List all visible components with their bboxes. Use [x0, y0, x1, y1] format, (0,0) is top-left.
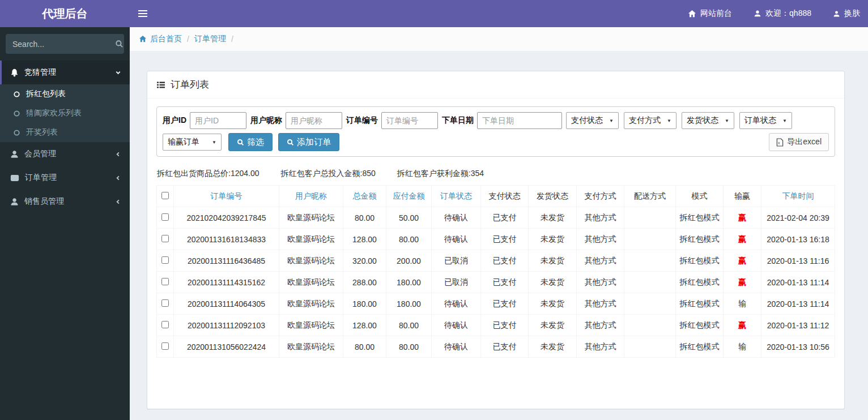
table-row: 202001131114064305欧皇源码论坛180.00180.00待确认已… [157, 293, 835, 315]
caret-down-icon: ▼ [212, 140, 216, 145]
cell-nickname: 欧皇源码论坛 [279, 229, 343, 250]
nav-change-skin-link[interactable]: 换肤 [833, 8, 860, 19]
home-icon [139, 35, 147, 43]
row-checkbox[interactable] [161, 299, 169, 307]
search-input[interactable] [12, 40, 115, 49]
pay-status-select-value: 支付状态 [571, 115, 603, 126]
row-checkbox[interactable] [161, 321, 169, 328]
cell-delivery-method [624, 293, 676, 315]
cell-nickname: 欧皇源码论坛 [279, 272, 343, 293]
cell-nickname: 欧皇源码论坛 [279, 250, 343, 272]
cell-order-time: 2020-01-13 11:14 [761, 272, 835, 293]
sidebar-subitem-label: 拆红包列表 [26, 89, 66, 99]
column-header[interactable]: 订单编号 [174, 186, 279, 207]
sidebar-item-chaihongbao[interactable]: 拆红包列表 [0, 84, 130, 104]
cell-nickname: 欧皇源码论坛 [279, 207, 343, 229]
column-header: 发货状态 [529, 186, 577, 207]
home-icon [688, 10, 696, 18]
cell-pay-method: 其他方式 [577, 229, 624, 250]
order-date-input[interactable] [477, 112, 562, 129]
cell-mode: 拆红包模式 [676, 229, 724, 250]
add-order-button[interactable]: 添加订单 [278, 133, 339, 151]
cell-pay-status: 已支付 [481, 250, 529, 272]
navbar-links: 网站前台 欢迎：qh888 换肤 [688, 8, 860, 19]
panel-title: 订单列表 [171, 78, 209, 91]
row-select-cell [157, 315, 174, 336]
row-select-cell [157, 336, 174, 358]
nav-welcome-label: 欢迎：qh888 [765, 8, 811, 19]
table-row: 202001131056022424欧皇源码论坛80.0080.00待确认已支付… [157, 336, 835, 358]
main-content: 后台首页 / 订单管理 / 订单列表 用户ID 用 [130, 27, 868, 420]
circle-icon [13, 91, 20, 98]
cell-nickname: 欧皇源码论坛 [279, 315, 343, 336]
breadcrumb-home-link[interactable]: 后台首页 [139, 34, 182, 44]
select-all-checkbox[interactable] [161, 192, 169, 199]
cell-order-status: 待确认 [432, 315, 481, 336]
win-lose-select[interactable]: 输赢订单 ▼ [163, 134, 222, 151]
sidebar-item-jingcai[interactable]: 竞猜管理 [0, 61, 130, 84]
orders-panel: 订单列表 用户ID 用户昵称 订单编号 [147, 71, 845, 409]
column-header[interactable]: 用户昵称 [279, 186, 343, 207]
nickname-input[interactable] [286, 112, 342, 129]
sidebar-submenu: 拆红包列表 猜阖家欢乐列表 开奖列表 [0, 84, 130, 142]
search-icon [287, 139, 294, 146]
circle-icon [13, 110, 20, 117]
cell-mode: 拆红包模式 [676, 272, 724, 293]
breadcrumb-orders-label: 订单管理 [194, 34, 226, 44]
cell-order-no: 202001131116436485 [174, 250, 279, 272]
column-header[interactable]: 总金额 [343, 186, 386, 207]
row-checkbox[interactable] [161, 278, 169, 285]
cell-delivery-method [624, 336, 676, 358]
app-logo[interactable]: 代理后台 [0, 0, 130, 27]
svg-text:x: x [778, 140, 780, 144]
row-checkbox[interactable] [161, 256, 169, 264]
sidebar-item-huiyuan[interactable]: 会员管理 [0, 142, 130, 166]
user-id-input[interactable] [190, 112, 246, 129]
column-header[interactable]: 订单状态 [432, 186, 481, 207]
cell-payable-amount: 50.00 [386, 207, 432, 229]
nav-site-front-link[interactable]: 网站前台 [688, 8, 732, 19]
list-icon [156, 80, 165, 89]
filter-row-1: 用户ID 用户昵称 订单编号 下单日期 [163, 112, 829, 129]
sidebar-item-caihejia[interactable]: 猜阖家欢乐列表 [0, 104, 130, 123]
breadcrumb-orders-link[interactable]: 订单管理 [194, 34, 226, 44]
column-header: 支付方式 [577, 186, 624, 207]
pay-status-select[interactable]: 支付状态 ▼ [566, 112, 619, 129]
cell-order-time: 2021-02-04 20:39 [761, 207, 835, 229]
filter-form: 用户ID 用户昵称 订单编号 下单日期 [156, 106, 835, 157]
nav-welcome-link[interactable]: 欢迎：qh888 [754, 8, 811, 19]
sidebar-item-label: 竞猜管理 [24, 67, 56, 78]
cell-order-status: 待确认 [432, 207, 481, 229]
export-excel-button[interactable]: x 导出excel [769, 133, 829, 151]
sidebar-item-xiaoshouyuan[interactable]: 销售员管理 [0, 190, 130, 213]
column-header[interactable]: 下单时间 [761, 186, 835, 207]
cell-order-status: 待确认 [432, 336, 481, 358]
sidebar-search [6, 34, 124, 54]
cell-payable-amount: 180.00 [386, 293, 432, 315]
search-icon[interactable] [115, 40, 124, 48]
ship-status-select[interactable]: 发货状态 ▼ [682, 112, 734, 129]
cell-mode: 拆红包模式 [676, 250, 724, 272]
row-checkbox[interactable] [161, 235, 169, 242]
cell-delivery-method [624, 315, 676, 336]
pay-method-select[interactable]: 支付方式 ▼ [624, 112, 676, 129]
sidebar-subitem-label: 开奖列表 [26, 127, 58, 138]
column-header[interactable]: 应付金额 [386, 186, 432, 207]
cell-total-amount: 80.00 [343, 207, 386, 229]
cell-pay-method: 其他方式 [577, 272, 624, 293]
row-checkbox[interactable] [161, 342, 169, 350]
column-header: 输赢 [724, 186, 761, 207]
order-status-select[interactable]: 订单状态 ▼ [739, 112, 792, 129]
row-checkbox[interactable] [161, 213, 169, 221]
cell-order-time: 2020-01-13 10:56 [761, 336, 835, 358]
row-select-cell [157, 207, 174, 229]
order-no-input[interactable] [381, 112, 438, 129]
search-icon [237, 139, 244, 146]
sidebar-item-dingdan[interactable]: 订单管理 [0, 166, 130, 190]
sidebar-item-kaijiang[interactable]: 开奖列表 [0, 123, 130, 142]
cell-win-lose: 赢 [724, 207, 761, 229]
order-date-label: 下单日期 [442, 115, 474, 126]
filter-group-user-id: 用户ID [163, 112, 246, 129]
filter-button[interactable]: 筛选 [228, 133, 273, 151]
sidebar-toggle-button[interactable] [130, 0, 156, 27]
